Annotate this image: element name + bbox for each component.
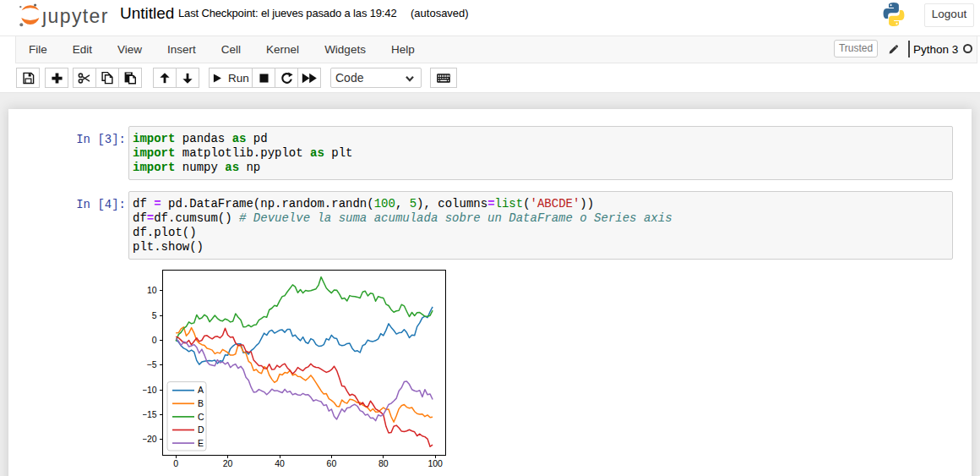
svg-text:80: 80 bbox=[378, 458, 389, 468]
svg-text:10: 10 bbox=[147, 285, 157, 295]
svg-text:0: 0 bbox=[152, 335, 157, 345]
svg-text:100: 100 bbox=[427, 458, 443, 468]
svg-text:−15: −15 bbox=[143, 409, 157, 419]
svg-text:0: 0 bbox=[173, 458, 178, 468]
svg-text:40: 40 bbox=[275, 458, 285, 468]
svg-text:C: C bbox=[198, 412, 204, 422]
svg-text:5: 5 bbox=[152, 310, 157, 320]
svg-text:−10: −10 bbox=[143, 385, 157, 395]
svg-text:−20: −20 bbox=[143, 434, 157, 444]
svg-text:20: 20 bbox=[223, 458, 233, 468]
svg-text:D: D bbox=[198, 424, 204, 435]
svg-text:60: 60 bbox=[327, 458, 337, 468]
svg-text:A: A bbox=[198, 385, 204, 395]
svg-text:E: E bbox=[198, 438, 204, 448]
svg-text:−5: −5 bbox=[147, 359, 157, 369]
svg-text:B: B bbox=[198, 398, 204, 408]
